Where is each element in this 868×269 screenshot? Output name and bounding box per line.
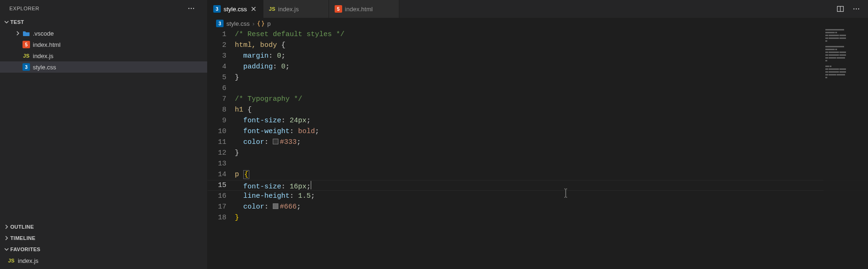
code-content[interactable]: /* Reset default styles */html, body { m… (235, 29, 868, 269)
svg-point-2 (193, 7, 194, 8)
svg-point-1 (191, 7, 192, 8)
more-actions-icon[interactable] (851, 4, 861, 14)
minimap[interactable] (823, 29, 868, 245)
breadcrumb-separator: › (253, 20, 254, 27)
code-editor[interactable]: 123456789101112131415161718 /* Reset def… (208, 29, 868, 269)
folder-icon (22, 30, 31, 37)
tab-label: style.css (224, 6, 247, 13)
chevron-right-icon (14, 30, 22, 37)
tree-item-label: index.html (33, 41, 60, 48)
svg-point-6 (856, 8, 857, 9)
tab-style-css[interactable]: 3 style.css (208, 0, 263, 18)
css-file-icon: 3 (213, 5, 221, 13)
js-file-icon: JS (22, 53, 31, 59)
js-file-icon: JS (7, 258, 16, 263)
tree-folder-vscode[interactable]: .vscode (0, 28, 207, 39)
editor-area: 3 style.css JS index.js 5 index.html 3 s… (208, 0, 868, 269)
explorer-sidebar: EXPLORER TEST .vscode 5 index.html JS in… (0, 0, 208, 269)
tab-label: index.js (278, 6, 299, 13)
timeline-label: TIMELINE (10, 235, 36, 241)
line-number-gutter: 123456789101112131415161718 (208, 29, 235, 269)
tree-item-label: index.js (33, 52, 53, 60)
favorites-label: FAVORITES (10, 247, 40, 252)
explorer-title: EXPLORER (9, 6, 39, 11)
close-icon[interactable] (250, 6, 257, 12)
css-file-icon: 3 (22, 63, 31, 71)
breadcrumb-file: style.css (226, 20, 250, 27)
explorer-header: EXPLORER (0, 0, 207, 16)
outline-label: OUTLINE (10, 224, 34, 230)
project-section-header[interactable]: TEST (0, 16, 207, 28)
html-file-icon: 5 (335, 5, 342, 13)
css-rule-icon (257, 20, 264, 27)
chevron-down-icon (3, 18, 10, 26)
chevron-down-icon (3, 246, 10, 253)
tab-label: index.html (345, 6, 373, 13)
split-editor-icon[interactable] (835, 4, 846, 14)
tree-item-label: .vscode (33, 30, 54, 37)
tab-index-js[interactable]: JS index.js (263, 0, 329, 18)
favorites-section-header[interactable]: FAVORITES (0, 244, 207, 255)
timeline-section-header[interactable]: TIMELINE (0, 232, 207, 244)
file-tree: .vscode 5 index.html JS index.js 3 style… (0, 28, 207, 73)
breadcrumb[interactable]: 3 style.css › p (208, 18, 868, 29)
chevron-right-icon (3, 223, 10, 231)
favorite-item[interactable]: JS index.js (0, 255, 207, 266)
outline-section-header[interactable]: OUTLINE (0, 221, 207, 232)
html-file-icon: 5 (22, 41, 31, 48)
favorite-item-label: index.js (18, 257, 38, 264)
tree-file-index-html[interactable]: 5 index.html (0, 39, 207, 50)
svg-point-5 (853, 8, 854, 9)
breadcrumb-symbol: p (267, 20, 270, 27)
svg-point-7 (858, 8, 859, 9)
tree-file-style-css[interactable]: 3 style.css (0, 61, 207, 73)
js-file-icon: JS (269, 6, 275, 12)
explorer-more-icon[interactable] (187, 3, 198, 14)
tree-item-label: style.css (33, 64, 56, 71)
project-name: TEST (10, 19, 24, 25)
css-file-icon: 3 (216, 20, 224, 28)
tab-actions (835, 0, 868, 18)
tree-file-index-js[interactable]: JS index.js (0, 50, 207, 61)
tab-index-html[interactable]: 5 index.html (329, 0, 399, 18)
tab-bar: 3 style.css JS index.js 5 index.html (208, 0, 868, 18)
chevron-right-icon (3, 234, 10, 242)
svg-point-0 (188, 7, 189, 8)
